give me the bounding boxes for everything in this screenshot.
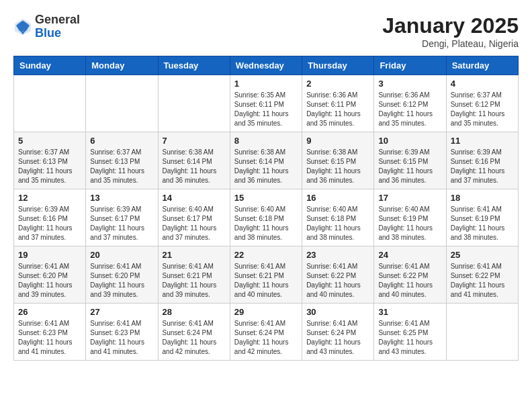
calendar-cell: 25Sunrise: 6:41 AM Sunset: 6:22 PM Dayli… [446, 246, 518, 304]
day-info: Sunrise: 6:39 AM Sunset: 6:16 PM Dayligh… [18, 205, 81, 242]
calendar-week-2: 5Sunrise: 6:37 AM Sunset: 6:13 PM Daylig… [14, 132, 519, 189]
day-info: Sunrise: 6:41 AM Sunset: 6:24 PM Dayligh… [234, 319, 298, 357]
day-number: 18 [451, 193, 514, 203]
calendar-cell: 21Sunrise: 6:41 AM Sunset: 6:21 PM Dayli… [158, 246, 230, 304]
day-info: Sunrise: 6:37 AM Sunset: 6:13 PM Dayligh… [90, 148, 153, 185]
day-info: Sunrise: 6:37 AM Sunset: 6:13 PM Dayligh… [18, 148, 81, 185]
day-number: 6 [90, 136, 153, 146]
day-info: Sunrise: 6:41 AM Sunset: 6:22 PM Dayligh… [451, 262, 514, 300]
day-number: 20 [90, 250, 153, 260]
day-info: Sunrise: 6:40 AM Sunset: 6:18 PM Dayligh… [234, 205, 298, 242]
calendar-cell: 9Sunrise: 6:38 AM Sunset: 6:15 PM Daylig… [302, 132, 374, 189]
calendar-cell: 7Sunrise: 6:38 AM Sunset: 6:14 PM Daylig… [158, 132, 230, 189]
calendar-cell: 12Sunrise: 6:39 AM Sunset: 6:16 PM Dayli… [14, 189, 86, 246]
day-info: Sunrise: 6:41 AM Sunset: 6:21 PM Dayligh… [234, 262, 298, 300]
calendar-cell: 11Sunrise: 6:39 AM Sunset: 6:16 PM Dayli… [446, 132, 518, 189]
calendar-cell: 16Sunrise: 6:40 AM Sunset: 6:18 PM Dayli… [302, 189, 374, 246]
calendar-cell [14, 75, 86, 132]
calendar-cell: 10Sunrise: 6:39 AM Sunset: 6:15 PM Dayli… [374, 132, 446, 189]
day-info: Sunrise: 6:41 AM Sunset: 6:24 PM Dayligh… [163, 319, 226, 357]
day-info: Sunrise: 6:41 AM Sunset: 6:20 PM Dayligh… [18, 262, 81, 300]
day-info: Sunrise: 6:40 AM Sunset: 6:17 PM Dayligh… [163, 205, 226, 242]
day-info: Sunrise: 6:41 AM Sunset: 6:22 PM Dayligh… [306, 262, 369, 300]
day-info: Sunrise: 6:39 AM Sunset: 6:17 PM Dayligh… [90, 205, 153, 242]
calendar-week-4: 19Sunrise: 6:41 AM Sunset: 6:20 PM Dayli… [14, 246, 519, 304]
day-number: 7 [163, 136, 226, 146]
day-number: 19 [18, 250, 81, 260]
calendar-cell: 30Sunrise: 6:41 AM Sunset: 6:24 PM Dayli… [302, 304, 374, 361]
calendar-cell: 22Sunrise: 6:41 AM Sunset: 6:21 PM Dayli… [230, 246, 302, 304]
day-number: 12 [18, 193, 81, 203]
logo-general: General [35, 13, 80, 27]
calendar-cell: 23Sunrise: 6:41 AM Sunset: 6:22 PM Dayli… [302, 246, 374, 304]
day-info: Sunrise: 6:41 AM Sunset: 6:20 PM Dayligh… [90, 262, 153, 300]
day-number: 17 [378, 193, 441, 203]
day-number: 31 [378, 307, 441, 317]
weekday-header-row: SundayMondayTuesdayWednesdayThursdayFrid… [14, 56, 519, 75]
day-info: Sunrise: 6:41 AM Sunset: 6:24 PM Dayligh… [306, 319, 369, 357]
day-number: 27 [90, 307, 153, 317]
day-info: Sunrise: 6:41 AM Sunset: 6:23 PM Dayligh… [90, 319, 153, 357]
day-info: Sunrise: 6:38 AM Sunset: 6:14 PM Dayligh… [163, 148, 226, 185]
day-number: 25 [451, 250, 514, 260]
page-header: General Blue January 2025 Dengi, Plateau… [13, 13, 519, 49]
day-info: Sunrise: 6:39 AM Sunset: 6:15 PM Dayligh… [378, 148, 441, 185]
day-number: 5 [18, 136, 81, 146]
weekday-header-tuesday: Tuesday [158, 56, 230, 75]
day-info: Sunrise: 6:41 AM Sunset: 6:25 PM Dayligh… [378, 319, 441, 357]
calendar-cell: 14Sunrise: 6:40 AM Sunset: 6:17 PM Dayli… [158, 189, 230, 246]
calendar-cell: 29Sunrise: 6:41 AM Sunset: 6:24 PM Dayli… [230, 304, 302, 361]
calendar-cell [86, 75, 158, 132]
day-number: 22 [234, 250, 298, 260]
day-info: Sunrise: 6:38 AM Sunset: 6:15 PM Dayligh… [306, 148, 369, 185]
calendar-cell: 19Sunrise: 6:41 AM Sunset: 6:20 PM Dayli… [14, 246, 86, 304]
day-info: Sunrise: 6:41 AM Sunset: 6:23 PM Dayligh… [18, 319, 81, 357]
location-subtitle: Dengi, Plateau, Nigeria [382, 38, 519, 49]
day-number: 16 [306, 193, 369, 203]
calendar-cell: 28Sunrise: 6:41 AM Sunset: 6:24 PM Dayli… [158, 304, 230, 361]
day-number: 29 [234, 307, 298, 317]
day-number: 3 [378, 79, 441, 89]
day-number: 2 [306, 79, 369, 89]
day-info: Sunrise: 6:41 AM Sunset: 6:21 PM Dayligh… [163, 262, 226, 300]
day-number: 1 [234, 79, 298, 89]
calendar-table: SundayMondayTuesdayWednesdayThursdayFrid… [13, 56, 519, 361]
logo-text: General Blue [35, 13, 80, 40]
weekday-header-monday: Monday [86, 56, 158, 75]
day-number: 9 [306, 136, 369, 146]
day-info: Sunrise: 6:36 AM Sunset: 6:12 PM Dayligh… [378, 91, 441, 128]
weekday-header-wednesday: Wednesday [230, 56, 302, 75]
calendar-cell: 4Sunrise: 6:37 AM Sunset: 6:12 PM Daylig… [446, 75, 518, 132]
day-number: 23 [306, 250, 369, 260]
calendar-cell: 20Sunrise: 6:41 AM Sunset: 6:20 PM Dayli… [86, 246, 158, 304]
calendar-cell: 26Sunrise: 6:41 AM Sunset: 6:23 PM Dayli… [14, 304, 86, 361]
calendar-cell: 6Sunrise: 6:37 AM Sunset: 6:13 PM Daylig… [86, 132, 158, 189]
calendar-week-3: 12Sunrise: 6:39 AM Sunset: 6:16 PM Dayli… [14, 189, 519, 246]
day-number: 30 [306, 307, 369, 317]
calendar-cell: 15Sunrise: 6:40 AM Sunset: 6:18 PM Dayli… [230, 189, 302, 246]
day-number: 14 [163, 193, 226, 203]
calendar-week-1: 1Sunrise: 6:35 AM Sunset: 6:11 PM Daylig… [14, 75, 519, 132]
weekday-header-saturday: Saturday [446, 56, 518, 75]
calendar-cell: 13Sunrise: 6:39 AM Sunset: 6:17 PM Dayli… [86, 189, 158, 246]
day-number: 15 [234, 193, 298, 203]
generalblue-logo-icon [13, 17, 32, 36]
weekday-header-friday: Friday [374, 56, 446, 75]
day-number: 24 [378, 250, 441, 260]
calendar-cell: 17Sunrise: 6:40 AM Sunset: 6:19 PM Dayli… [374, 189, 446, 246]
title-block: January 2025 Dengi, Plateau, Nigeria [382, 13, 519, 49]
calendar-week-5: 26Sunrise: 6:41 AM Sunset: 6:23 PM Dayli… [14, 304, 519, 361]
weekday-header-thursday: Thursday [302, 56, 374, 75]
calendar-cell: 2Sunrise: 6:36 AM Sunset: 6:11 PM Daylig… [302, 75, 374, 132]
day-info: Sunrise: 6:39 AM Sunset: 6:16 PM Dayligh… [451, 148, 514, 185]
calendar-cell: 3Sunrise: 6:36 AM Sunset: 6:12 PM Daylig… [374, 75, 446, 132]
calendar-cell: 18Sunrise: 6:41 AM Sunset: 6:19 PM Dayli… [446, 189, 518, 246]
calendar-cell: 27Sunrise: 6:41 AM Sunset: 6:23 PM Dayli… [86, 304, 158, 361]
calendar-cell [158, 75, 230, 132]
day-number: 4 [451, 79, 514, 89]
day-info: Sunrise: 6:40 AM Sunset: 6:18 PM Dayligh… [306, 205, 369, 242]
calendar-cell [446, 304, 518, 361]
day-info: Sunrise: 6:41 AM Sunset: 6:22 PM Dayligh… [378, 262, 441, 300]
day-info: Sunrise: 6:38 AM Sunset: 6:14 PM Dayligh… [234, 148, 298, 185]
day-number: 28 [163, 307, 226, 317]
